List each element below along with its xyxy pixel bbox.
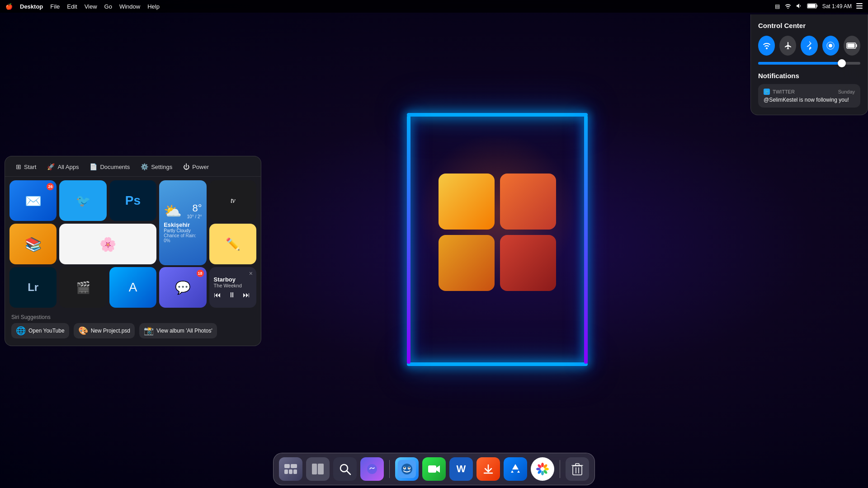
app-weather[interactable]: ⛅ 8° 10° / 2° Eskişehir Partly Cloudy Ch…: [159, 180, 206, 265]
dock-divider: [389, 460, 390, 478]
weather-icon: ⛅: [164, 202, 182, 220]
app-appstore[interactable]: A: [109, 267, 156, 308]
launchpad-panel: ⊞ Start 🚀 All Apps 📄 Documents ⚙️ Settin…: [5, 156, 261, 346]
battery-icon[interactable]: [807, 3, 818, 10]
next-button[interactable]: ⏭: [243, 291, 250, 299]
siri-suggestion-youtube[interactable]: 🌐 Open YouTube: [11, 323, 69, 338]
notes-icon: ✏️: [226, 237, 240, 251]
go-menu[interactable]: Go: [104, 3, 112, 10]
siri-suggestion-psd[interactable]: 🎨 New Project.psd: [74, 323, 135, 338]
nav-power[interactable]: ⏻ Power: [179, 161, 213, 173]
notification-source-name: TWITTER: [773, 89, 795, 94]
lr-icon: Lr: [28, 281, 38, 294]
dock-facetime[interactable]: [422, 457, 446, 481]
edit-menu[interactable]: Edit: [67, 3, 77, 10]
power-label: Power: [192, 164, 209, 170]
app-twitter[interactable]: 🐦: [59, 180, 106, 221]
svg-point-33: [536, 468, 541, 470]
music-controls: ⏮ ⏸ ⏭: [214, 291, 252, 299]
dock-trash[interactable]: [566, 457, 589, 481]
cc-wifi-button[interactable]: [758, 36, 775, 56]
cc-bluetooth-button[interactable]: [801, 36, 817, 56]
dock-word[interactable]: W: [449, 457, 473, 481]
nav-start[interactable]: ⊞ Start: [11, 161, 41, 173]
settings-label: Settings: [151, 164, 172, 170]
app-photos[interactable]: 🌸: [59, 224, 156, 264]
dock-photos[interactable]: [531, 457, 554, 481]
twitter-icon: 🐦: [76, 194, 90, 208]
notification-source: 🐦 TWITTER: [764, 89, 795, 95]
nav-documents[interactable]: 📄 Documents: [85, 161, 134, 173]
control-center-panel: Control Center Notifications 🐦: [750, 14, 868, 115]
documents-label: Documents: [100, 164, 130, 170]
settings-icon: ⚙️: [141, 163, 148, 170]
youtube-label: Open YouTube: [28, 328, 65, 334]
svg-rect-26: [428, 465, 436, 473]
svg-rect-12: [284, 469, 288, 474]
cc-title: Control Center: [758, 22, 860, 29]
dock-siri[interactable]: [360, 457, 384, 481]
prev-button[interactable]: ⏮: [214, 291, 221, 299]
dock-finder[interactable]: [395, 457, 419, 481]
window-menu[interactable]: Window: [119, 3, 140, 10]
dock-appstore[interactable]: [504, 457, 527, 481]
mail-badge: 26: [47, 183, 54, 190]
svg-point-27: [541, 463, 544, 467]
svg-rect-35: [573, 466, 582, 475]
music-player[interactable]: Starboy The Weeknd ⏮ ⏸ ⏭ ×: [209, 267, 256, 308]
cc-airdrop-button[interactable]: [822, 36, 839, 56]
file-menu[interactable]: File: [50, 3, 60, 10]
dock-divider-2: [560, 460, 560, 478]
menubar: 🍎 Desktop File Edit View Go Window Help …: [0, 0, 868, 13]
volume-icon[interactable]: [796, 3, 802, 10]
cc-airplane-button[interactable]: [779, 36, 796, 56]
apple-menu[interactable]: 🍎: [5, 3, 13, 10]
cc-battery-button[interactable]: [844, 36, 860, 56]
view-menu[interactable]: View: [85, 3, 97, 10]
app-photoshop[interactable]: Ps: [109, 180, 156, 221]
psd-label: New Project.psd: [91, 328, 130, 334]
launchpad-nav: ⊞ Start 🚀 All Apps 📄 Documents ⚙️ Settin…: [5, 156, 261, 177]
app-finalcut[interactable]: 🎬: [59, 267, 106, 308]
app-messages[interactable]: 18 💬: [159, 267, 206, 308]
list-icon[interactable]: [856, 3, 863, 10]
dock-downloader[interactable]: [476, 457, 500, 481]
app-notes[interactable]: ✏️: [209, 224, 256, 264]
datetime[interactable]: Sat 1:49 AM: [822, 3, 852, 9]
notification-item[interactable]: 🐦 TWITTER Sunday @SelimKestel is now fol…: [758, 84, 860, 108]
dock-spotlight[interactable]: [333, 457, 357, 481]
appletv-icon: tv: [231, 197, 235, 205]
svg-rect-5: [856, 8, 863, 9]
control-center-icon[interactable]: ▤: [775, 3, 780, 9]
music-close-button[interactable]: ×: [249, 270, 253, 277]
wallpaper-scene: [339, 41, 656, 447]
all-apps-label: All Apps: [57, 164, 79, 170]
start-icon: ⊞: [16, 163, 21, 170]
wifi-icon[interactable]: [784, 3, 792, 10]
dock-mission-control[interactable]: [279, 457, 302, 481]
app-mail[interactable]: 26 ✉️: [9, 180, 57, 221]
brightness-slider[interactable]: [758, 62, 860, 65]
cc-icons: [758, 36, 860, 56]
help-menu[interactable]: Help: [147, 3, 160, 10]
music-title: Starboy: [214, 276, 252, 283]
nav-settings[interactable]: ⚙️ Settings: [136, 161, 177, 173]
nav-all-apps[interactable]: 🚀 All Apps: [42, 161, 83, 173]
app-name-menu[interactable]: Desktop: [20, 3, 43, 10]
weather-info: ⛅ 8° 10° / 2° Eskişehir Partly Cloudy Ch…: [159, 198, 206, 248]
svg-rect-15: [312, 464, 317, 474]
all-apps-icon: 🚀: [47, 163, 55, 170]
app-appletv[interactable]: tv: [209, 180, 256, 221]
app-lightroom[interactable]: Lr: [9, 267, 57, 308]
svg-rect-16: [318, 464, 324, 474]
music-artist: The Weeknd: [214, 283, 252, 288]
windows-logo: [439, 174, 556, 291]
photos-icon: 🌸: [99, 236, 116, 252]
pause-button[interactable]: ⏸: [228, 291, 236, 299]
mail-icon: ✉️: [25, 193, 42, 209]
weather-rain: Chance of Rain: 0%: [164, 233, 202, 243]
app-books[interactable]: 📚: [9, 224, 57, 264]
dock-expose[interactable]: [306, 457, 330, 481]
siri-title: Siri Suggestions: [11, 314, 255, 320]
siri-suggestion-photos[interactable]: 📸 View album 'All Photos': [139, 323, 217, 338]
